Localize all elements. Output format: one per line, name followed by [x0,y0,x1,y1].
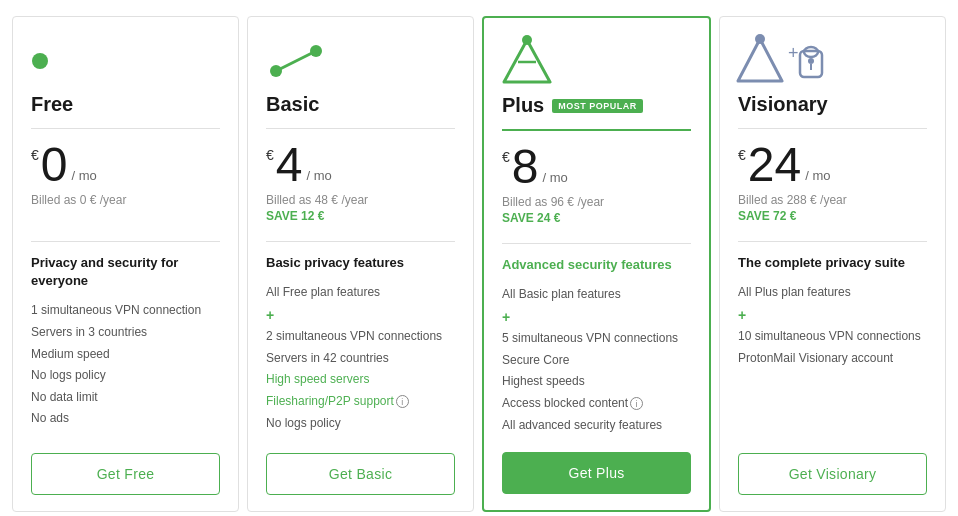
visionary-feature-item: All Plus plan features [738,282,927,304]
basic-feature-item: Servers in 42 countries [266,348,455,370]
plus-most-popular-badge: MOST POPULAR [552,99,643,113]
free-feature-item: Medium speed [31,344,220,366]
basic-features-list: All Free plan features+2 simultaneous VP… [266,282,455,437]
basic-feature-item: High speed servers [266,369,455,391]
basic-plan-name: Basic [266,93,319,116]
visionary-feature-item: ProtonMail Visionary account [738,348,927,370]
visionary-name-divider [738,128,927,129]
free-icon [31,37,220,85]
free-name-row: Free [31,93,220,116]
visionary-price-period: / mo [805,168,830,183]
plus-price-period: / mo [543,170,568,185]
plus-name-row: PlusMOST POPULAR [502,94,691,117]
basic-name-divider [266,128,455,129]
plus-feature-item: Secure Core [502,350,691,372]
visionary-feature-item: 10 simultaneous VPN connections [738,326,927,348]
free-features-list: 1 simultaneous VPN connectionServers in … [31,300,220,437]
plus-feature-heading: Advanced security features [502,256,691,274]
plus-icon [502,38,691,86]
free-feature-item: Servers in 3 countries [31,322,220,344]
plan-card-visionary: + Visionary€24/ moBilled as 288 € /yearS… [719,16,946,512]
plus-feature-plus: + [502,306,691,328]
visionary-icon: + [738,37,927,85]
free-feature-item: No logs policy [31,365,220,387]
visionary-plan-name: Visionary [738,93,828,116]
basic-icon [266,37,455,85]
plus-features-list: All Basic plan features+5 simultaneous V… [502,284,691,436]
basic-cta-button[interactable]: Get Basic [266,453,455,495]
basic-feature-heading: Basic privacy features [266,254,455,272]
basic-price-row: €4/ mo [266,141,455,189]
basic-feature-item: All Free plan features [266,282,455,304]
free-feature-heading: Privacy and security for everyone [31,254,220,290]
svg-point-8 [755,34,765,44]
free-currency: € [31,147,39,163]
svg-point-0 [32,53,48,69]
pricing-container: Free€0/ moBilled as 0 € /yearPrivacy and… [8,16,950,512]
basic-price-period: / mo [307,168,332,183]
svg-line-3 [276,51,316,71]
basic-billed-line: Billed as 48 € /year [266,193,455,207]
plus-feature-item: Highest speeds [502,371,691,393]
plus-billed-line: Billed as 96 € /year [502,195,691,209]
plus-plan-name: Plus [502,94,544,117]
plus-price-row: €8/ mo [502,143,691,191]
plus-section-divider [502,243,691,244]
plus-save-line: SAVE 24 € [502,211,691,227]
svg-point-5 [522,35,532,45]
free-feature-item: No ads [31,408,220,430]
free-price-amount: 0 [41,141,68,189]
basic-section-divider [266,241,455,242]
free-price-period: / mo [72,168,97,183]
svg-text:+: + [788,43,799,63]
free-price-row: €0/ mo [31,141,220,189]
free-cta-button[interactable]: Get Free [31,453,220,495]
svg-point-12 [808,58,814,64]
basic-save-line: SAVE 12 € [266,209,455,225]
free-section-divider [31,241,220,242]
visionary-cta-button[interactable]: Get Visionary [738,453,927,495]
basic-feature-item: 2 simultaneous VPN connections [266,326,455,348]
basic-feature-info-icon[interactable]: i [396,395,409,408]
visionary-feature-plus: + [738,304,927,326]
basic-feature-plus: + [266,304,455,326]
plan-card-basic: Basic€4/ moBilled as 48 € /yearSAVE 12 €… [247,16,474,512]
free-save-line [31,209,220,225]
basic-name-row: Basic [266,93,455,116]
basic-feature-item: No logs policy [266,413,455,435]
plus-price-amount: 8 [512,143,539,191]
plan-card-plus: PlusMOST POPULAR€8/ moBilled as 96 € /ye… [482,16,711,512]
free-feature-item: No data limit [31,387,220,409]
plus-name-divider [502,129,691,131]
visionary-name-row: Visionary [738,93,927,116]
plus-feature-item: All advanced security features [502,415,691,437]
svg-marker-7 [738,39,782,81]
plus-cta-button[interactable]: Get Plus [502,452,691,494]
basic-price-amount: 4 [276,141,303,189]
plus-feature-info-icon[interactable]: i [630,397,643,410]
plan-card-free: Free€0/ moBilled as 0 € /yearPrivacy and… [12,16,239,512]
free-billed-line: Billed as 0 € /year [31,193,220,207]
free-plan-name: Free [31,93,73,116]
visionary-price-row: €24/ mo [738,141,927,189]
visionary-feature-heading: The complete privacy suite [738,254,927,272]
visionary-section-divider [738,241,927,242]
basic-currency: € [266,147,274,163]
plus-feature-item: Access blocked contenti [502,393,691,415]
free-name-divider [31,128,220,129]
basic-feature-item: Filesharing/P2P supporti [266,391,455,413]
visionary-currency: € [738,147,746,163]
free-feature-item: 1 simultaneous VPN connection [31,300,220,322]
plus-currency: € [502,149,510,165]
visionary-save-line: SAVE 72 € [738,209,927,225]
visionary-price-amount: 24 [748,141,801,189]
visionary-features-list: All Plus plan features+10 simultaneous V… [738,282,927,437]
plus-feature-item: 5 simultaneous VPN connections [502,328,691,350]
plus-feature-item: All Basic plan features [502,284,691,306]
visionary-billed-line: Billed as 288 € /year [738,193,927,207]
